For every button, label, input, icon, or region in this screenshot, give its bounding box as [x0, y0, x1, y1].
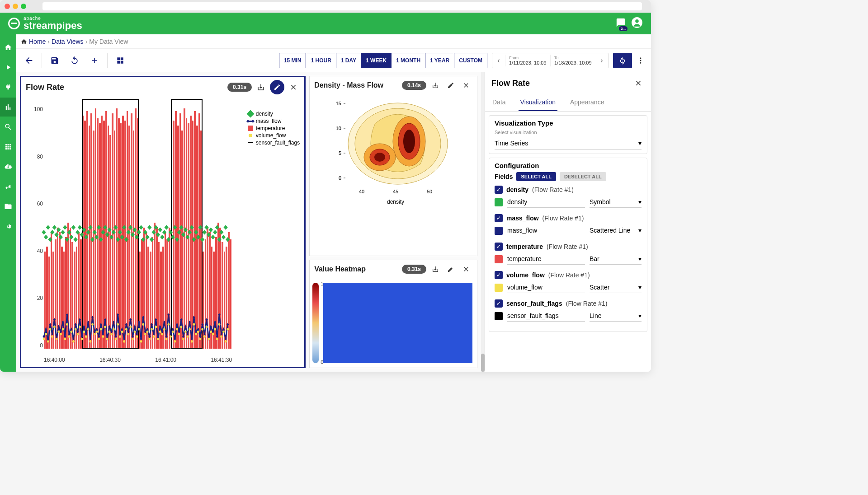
svg-point-237 — [161, 333, 164, 335]
field-chart-select[interactable]: Scattered Line▾ — [590, 225, 642, 236]
svg-rect-113 — [84, 235, 88, 240]
field-source: (Flow Rate #1) — [532, 186, 574, 193]
close-icon[interactable] — [460, 263, 472, 276]
field-checkbox-sensor_fault_flags[interactable]: ✓ — [495, 299, 503, 308]
svg-point-209 — [102, 335, 104, 337]
svg-rect-129 — [118, 230, 122, 235]
scrollbar[interactable] — [481, 72, 485, 372]
panel-density[interactable]: Density - Mass Flow 0.14s mass_flow 15 1… — [309, 76, 477, 256]
tab-visualization[interactable]: Visualization — [519, 94, 557, 111]
range-15-min[interactable]: 15 MIN — [279, 53, 307, 68]
field-checkbox-temperature[interactable]: ✓ — [495, 243, 503, 251]
svg-rect-143 — [147, 225, 151, 230]
svg-rect-125 — [109, 235, 113, 240]
field-chart-select[interactable]: Line▾ — [590, 310, 642, 322]
svg-text:15: 15 — [336, 101, 341, 106]
deselect-all-button[interactable]: DESELECT ALL — [560, 172, 606, 181]
field-color-chip[interactable] — [495, 312, 503, 320]
field-checkbox-volume_flow[interactable]: ✓ — [495, 271, 503, 279]
svg-point-182 — [45, 333, 47, 335]
edit-icon[interactable] — [444, 79, 457, 92]
range-1-year[interactable]: 1 YEAR — [425, 53, 454, 68]
crumb-views[interactable]: Data Views — [52, 38, 84, 45]
field-color-chip[interactable] — [495, 198, 503, 206]
date-from-field[interactable]: From 1/11/2023, 10:09 — [505, 55, 550, 66]
config-tabs: Data Visualization Appearance — [485, 94, 651, 112]
field-chart-select[interactable]: Bar▾ — [590, 253, 642, 265]
panel-flow-rate[interactable]: Flow Rate 0.31s density mass_flow temper… — [20, 76, 306, 368]
crumb-home[interactable]: Home — [29, 38, 46, 45]
url-bar[interactable] — [42, 2, 642, 10]
sidebar-grid[interactable] — [0, 137, 16, 156]
app-header: apache streampipes 2... — [0, 13, 651, 34]
download-icon[interactable] — [429, 79, 442, 92]
sidebar-home[interactable] — [0, 38, 16, 57]
account-icon[interactable] — [631, 17, 643, 30]
svg-point-255 — [199, 338, 202, 340]
range-custom[interactable]: CUSTOM — [454, 53, 487, 68]
window-max-dot[interactable] — [21, 4, 26, 9]
sidebar-search[interactable] — [0, 117, 16, 136]
field-color-chip[interactable] — [495, 255, 503, 263]
window-min-dot[interactable] — [13, 4, 18, 9]
more-button[interactable] — [634, 53, 647, 68]
svg-point-225 — [136, 335, 138, 337]
sidebar-folder[interactable] — [0, 197, 16, 216]
chart-area — [44, 106, 232, 349]
config-title: Flow Rate — [491, 79, 632, 88]
svg-rect-133 — [126, 230, 130, 235]
field-name: sensor_fault_flags — [506, 300, 562, 307]
sidebar — [0, 34, 16, 372]
svg-point-240 — [168, 323, 170, 326]
back-button[interactable] — [20, 51, 38, 70]
edit-icon[interactable] — [444, 263, 457, 276]
date-to-field[interactable]: To 1/18/2023, 10:09 — [550, 55, 595, 66]
date-next-button[interactable]: › — [595, 53, 608, 68]
sidebar-gear[interactable] — [0, 217, 16, 236]
field-chart-select[interactable]: Symbol▾ — [590, 196, 642, 208]
save-button[interactable] — [46, 51, 64, 70]
range-1-day[interactable]: 1 DAY — [336, 53, 361, 68]
svg-text:50: 50 — [427, 189, 432, 194]
range-1-week[interactable]: 1 WEEK — [361, 53, 392, 68]
field-checkbox-mass_flow[interactable]: ✓ — [495, 214, 503, 222]
svg-rect-15 — [64, 335, 66, 338]
date-prev-button[interactable]: ‹ — [492, 53, 505, 68]
sidebar-chart[interactable] — [0, 98, 16, 117]
tab-appearance[interactable]: Appearance — [568, 94, 606, 111]
svg-point-234 — [155, 326, 157, 328]
svg-rect-116 — [90, 237, 94, 242]
dashboard-button[interactable] — [111, 51, 129, 70]
sidebar-play[interactable] — [0, 58, 16, 77]
svg-rect-27 — [89, 337, 91, 340]
download-icon[interactable] — [255, 81, 267, 93]
chat-icon[interactable]: 2... — [616, 18, 626, 29]
add-button[interactable] — [85, 51, 104, 70]
field-color-chip[interactable] — [495, 227, 503, 235]
refresh-button[interactable] — [613, 53, 632, 68]
sidebar-robot[interactable] — [0, 177, 16, 196]
field-checkbox-density[interactable]: ✓ — [495, 186, 503, 194]
config-close-icon[interactable] — [632, 77, 645, 89]
close-icon[interactable] — [460, 79, 472, 92]
viz-type-select[interactable]: Time Series ▾ — [495, 137, 642, 150]
select-all-button[interactable]: SELECT ALL — [516, 172, 556, 181]
range-1-hour[interactable]: 1 HOUR — [306, 53, 336, 68]
tab-data[interactable]: Data — [491, 94, 508, 111]
svg-point-261 — [212, 333, 214, 335]
download-icon[interactable] — [429, 263, 442, 276]
svg-point-219 — [123, 340, 125, 342]
svg-point-189 — [60, 333, 62, 335]
field-chart-select[interactable]: Scatter▾ — [590, 282, 642, 293]
range-1-month[interactable]: 1 MONTH — [392, 53, 425, 68]
sidebar-cloud-download[interactable] — [0, 157, 16, 176]
window-close-dot[interactable] — [5, 4, 10, 9]
edit-icon[interactable] — [270, 80, 284, 94]
field-color-chip[interactable] — [495, 284, 503, 292]
sidebar-plug[interactable] — [0, 78, 16, 97]
svg-point-282 — [374, 153, 385, 162]
undo-button[interactable] — [66, 51, 84, 70]
svg-point-227 — [140, 340, 142, 342]
panel-heatmap[interactable]: Value Heatmap 0.31s 1 0 — [309, 260, 477, 368]
close-icon[interactable] — [287, 81, 300, 93]
